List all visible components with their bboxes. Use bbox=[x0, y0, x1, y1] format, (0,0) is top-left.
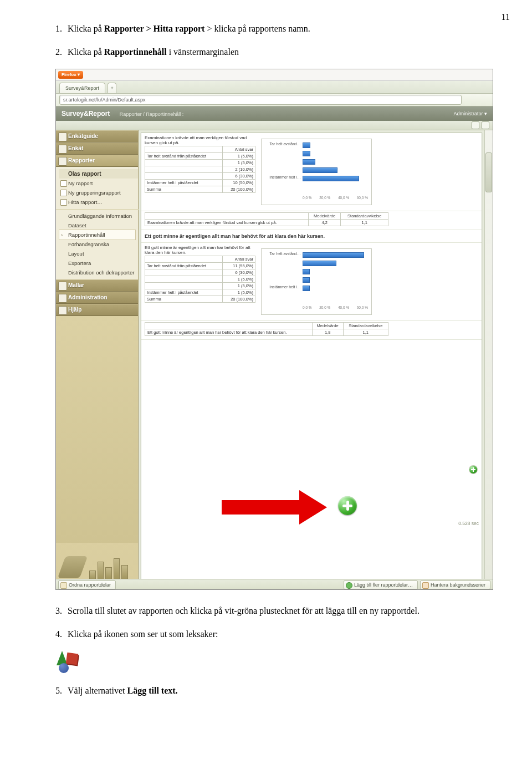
lagg-till-button[interactable]: Lägg till fler rapportdelar… bbox=[344, 580, 418, 589]
toys-icon bbox=[55, 651, 79, 673]
sidebar-item-forh[interactable]: Förhandsgranska bbox=[59, 240, 138, 249]
q1-chart: Tar helt avstånd… Instämmer helt i… 0,0 … bbox=[261, 139, 372, 205]
sidebar-item-enkat[interactable]: Enkät bbox=[56, 142, 138, 155]
step-4: 4.Klicka på ikonen som ser ut som leksak… bbox=[55, 628, 493, 641]
breadcrumb: Rapporter / Rapportinnehåll : bbox=[120, 111, 184, 117]
page-number: 11 bbox=[502, 12, 510, 22]
report-block-2: Ett gott minne är egentligen allt man ha… bbox=[141, 243, 482, 321]
load-time: 0.528 sec bbox=[458, 521, 479, 526]
sidebar-item-dist[interactable]: Distribution och delrapporter bbox=[59, 268, 138, 277]
firefox-button[interactable]: Firefox ▾ bbox=[58, 71, 83, 79]
sidebar-item-ny-rapport[interactable]: Ny rapport bbox=[59, 179, 138, 188]
sidebar-item-export[interactable]: Exportera bbox=[59, 258, 138, 268]
attention-arrow bbox=[222, 490, 332, 523]
new-tab-button[interactable]: + bbox=[108, 83, 116, 93]
address-bar: sr.artologik.net/lu/Admin/Default.aspx bbox=[56, 94, 493, 106]
sidebar-item-ny-grupp[interactable]: Ny grupperingsrapport bbox=[59, 188, 138, 197]
ordna-button[interactable]: Ordna rapportdelar bbox=[58, 580, 116, 589]
sidebar: Enkätguide Enkät Rapporter Olas rapport … bbox=[56, 130, 139, 582]
q1-text: Examinationen krävde att man verkligen f… bbox=[145, 135, 255, 145]
sidebar-submenu: Olas rapport Ny rapport Ny grupperingsra… bbox=[56, 167, 138, 279]
panel-icon[interactable] bbox=[482, 121, 489, 129]
url-input[interactable]: sr.artologik.net/lu/Admin/Default.aspx bbox=[59, 95, 462, 105]
q2-text: Ett gott minne är egentligen allt man ha… bbox=[145, 245, 255, 255]
content-area: Examinationen krävde att man verkligen f… bbox=[139, 130, 484, 582]
sidebar-item-admin[interactable]: Administration bbox=[56, 292, 138, 304]
firefox-bar: Firefox ▾ bbox=[56, 69, 493, 81]
q1-table: Antal svar Tar helt avstånd från påståen… bbox=[145, 146, 255, 193]
screenshot: Firefox ▾ Survey&Report + sr.artologik.n… bbox=[55, 69, 493, 590]
sidebar-item-grund[interactable]: Grundläggande information bbox=[59, 211, 138, 221]
help-icon[interactable] bbox=[472, 121, 479, 129]
sidebar-item-mallar[interactable]: Mallar bbox=[56, 279, 138, 292]
sidebar-report-owner: Olas rapport bbox=[59, 169, 138, 179]
user-menu[interactable]: Administrator ▾ bbox=[453, 111, 487, 116]
q2-chart: Tar helt avstånd… Instämmer helt i… 0,0 … bbox=[261, 248, 372, 315]
sidebar-item-hitta[interactable]: Hitta rapport… bbox=[59, 197, 138, 207]
sidebar-item-hjalp[interactable]: Hjälp bbox=[56, 304, 138, 316]
q1-stats: MedelvärdeStandardavvikelse Examinatione… bbox=[141, 211, 482, 230]
browser-tabbar: Survey&Report + bbox=[56, 81, 493, 94]
sidebar-item-enkatguide[interactable]: Enkätguide bbox=[56, 130, 138, 142]
sidebar-item-layout[interactable]: Layout bbox=[59, 249, 138, 258]
sidebar-item-rapporter[interactable]: Rapporter bbox=[56, 155, 138, 167]
scrollbar[interactable] bbox=[484, 130, 493, 582]
report-block-1: Examinationen krävde att man verkligen f… bbox=[141, 133, 482, 211]
decorative-charts bbox=[56, 543, 138, 582]
step-3: 3.Scrolla till slutet av rapporten och k… bbox=[55, 604, 493, 618]
mini-add-button[interactable] bbox=[469, 466, 477, 473]
bottom-toolbar: Ordna rapportdelar Lägg till fler rappor… bbox=[56, 579, 493, 589]
sidebar-item-innehall[interactable]: Rapportinnehåll bbox=[59, 230, 136, 240]
hantera-button[interactable]: Hantera bakgrundsserier bbox=[420, 580, 490, 589]
step-2: 2.Klicka på Rapportinnehåll i vänstermar… bbox=[55, 45, 493, 59]
q2-title: Ett gott minne är egentligen allt man ha… bbox=[141, 230, 482, 243]
browser-tab[interactable]: Survey&Report bbox=[59, 83, 105, 93]
app-header: Survey&Report Rapporter / Rapportinnehål… bbox=[56, 106, 493, 121]
q2-stats: MedelvärdeStandardavvikelse Ett gott min… bbox=[141, 321, 482, 340]
step-5: 5.Välj alternativet Lägg till text. bbox=[55, 684, 493, 697]
sidebar-item-dataset[interactable]: Dataset bbox=[59, 221, 138, 230]
add-section-button[interactable] bbox=[338, 496, 357, 515]
toolbar bbox=[56, 121, 493, 130]
app-title: Survey&Report bbox=[62, 110, 110, 118]
q2-table: Antal svar Tar helt avstånd från påståen… bbox=[145, 256, 255, 303]
step-1: 1.Klicka på Rapporter > Hitta rapport > … bbox=[55, 22, 493, 35]
